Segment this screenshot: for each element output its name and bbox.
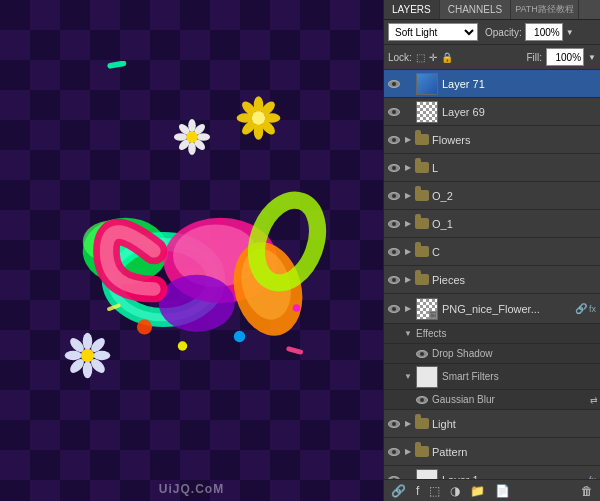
new-adjustment-button[interactable]: ◑: [447, 483, 463, 499]
layer-item-flowers[interactable]: ▶ Flowers: [384, 126, 600, 154]
blend-mode-select[interactable]: Soft Light: [388, 23, 478, 41]
layer-name-pattern: Pattern: [430, 446, 598, 458]
visibility-icon-gaussian-blur[interactable]: [414, 392, 430, 408]
svg-rect-43: [106, 61, 126, 69]
thumbnail-layer69: [416, 101, 438, 123]
visibility-icon-pieces[interactable]: [386, 272, 402, 288]
opacity-input[interactable]: [525, 23, 563, 41]
visibility-icon-layer1[interactable]: [386, 472, 402, 480]
visibility-icon-layer69[interactable]: [386, 104, 402, 120]
tab-channels[interactable]: CHANNELS: [440, 0, 511, 19]
visibility-icon-c[interactable]: [386, 244, 402, 260]
canvas-area: UiJQ.CoM: [0, 0, 383, 501]
layer-item-o2[interactable]: ▶ O_2: [384, 182, 600, 210]
layer-item-layer71[interactable]: Layer 71: [384, 70, 600, 98]
svg-point-22: [93, 350, 110, 360]
thumbnail-layer1: [416, 469, 438, 480]
svg-point-24: [82, 361, 92, 378]
opacity-arrow[interactable]: ▼: [566, 28, 574, 37]
layer-styles-button[interactable]: f: [413, 483, 422, 499]
blend-mode-row: Soft Light Opacity: ▼: [384, 20, 600, 45]
layer-name-layer71: Layer 71: [440, 78, 598, 90]
watermark: UiJQ.CoM: [159, 482, 224, 496]
link-layers-button[interactable]: 🔗: [388, 483, 409, 499]
folder-icon-flowers: [414, 132, 430, 148]
visibility-icon-drop-shadow[interactable]: [414, 346, 430, 362]
layer-item-pattern[interactable]: ▶ Pattern: [384, 438, 600, 466]
layer-name-png-flower: PNG_nice_Flower...: [440, 303, 575, 315]
visibility-icon-layer71[interactable]: [386, 76, 402, 92]
svg-point-41: [177, 341, 187, 351]
visibility-icon-l[interactable]: [386, 160, 402, 176]
svg-point-9: [251, 111, 264, 124]
tab-layers[interactable]: LAYERS: [384, 0, 440, 19]
expand-smart-filters[interactable]: ▼: [402, 372, 414, 381]
layer-item-layer69[interactable]: Layer 69: [384, 98, 600, 126]
svg-point-26: [64, 350, 81, 360]
tab-paths[interactable]: PATH路径教程: [511, 0, 579, 19]
visibility-icon-png-flower[interactable]: [386, 301, 402, 317]
layer-item-light[interactable]: ▶ Light: [384, 410, 600, 438]
svg-point-42: [292, 304, 300, 312]
link-icon-png-flower: 🔗: [575, 303, 587, 314]
svg-point-37: [245, 191, 328, 291]
layer-item-layer1[interactable]: Layer 1 fx: [384, 466, 600, 479]
layer-item-o1[interactable]: ▶ O_1: [384, 210, 600, 238]
visibility-icon-o1[interactable]: [386, 216, 402, 232]
svg-point-20: [82, 332, 92, 349]
folder-icon-o2: [414, 188, 430, 204]
fill-arrow[interactable]: ▼: [588, 53, 596, 62]
opacity-label: Opacity:: [485, 27, 522, 38]
expand-light[interactable]: ▶: [402, 419, 414, 428]
add-mask-button[interactable]: ⬚: [426, 483, 443, 499]
svg-point-28: [80, 348, 93, 361]
expand-l[interactable]: ▶: [402, 163, 414, 172]
expand-flowers[interactable]: ▶: [402, 135, 414, 144]
svg-point-40: [233, 330, 244, 341]
layer-name-flowers: Flowers: [430, 134, 598, 146]
visibility-icon-o2[interactable]: [386, 188, 402, 204]
new-layer-button[interactable]: 📄: [492, 483, 513, 499]
lock-checkerboard-icon[interactable]: ⬚: [416, 52, 425, 63]
expand-png-flower[interactable]: ▶: [402, 304, 414, 313]
visibility-icon-light[interactable]: [386, 416, 402, 432]
folder-icon-pattern: [414, 444, 430, 460]
layer-item-c[interactable]: ▶ C: [384, 238, 600, 266]
lock-all-icon[interactable]: 🔒: [441, 52, 453, 63]
gaussian-blur-icon: ⇄: [590, 395, 598, 405]
expand-o2[interactable]: ▶: [402, 191, 414, 200]
svg-point-19: [186, 131, 197, 142]
visibility-icon-flowers[interactable]: [386, 132, 402, 148]
expand-pieces[interactable]: ▶: [402, 275, 414, 284]
layer-item-gaussian-blur: Gaussian Blur ⇄: [384, 390, 600, 410]
fill-label: Fill:: [527, 52, 543, 63]
layer-name-drop-shadow: Drop Shadow: [430, 348, 598, 359]
new-group-button[interactable]: 📁: [467, 483, 488, 499]
layer-name-layer1: Layer 1: [440, 474, 589, 480]
expand-effects[interactable]: ▼: [402, 329, 414, 338]
folder-icon-light: [414, 416, 430, 432]
layer-item-png-flower[interactable]: ▶ ⬚ PNG_nice_Flower... 🔗 fx: [384, 294, 600, 324]
layer-name-effects: Effects: [414, 328, 598, 339]
visibility-icon-pattern[interactable]: [386, 444, 402, 460]
panels-area: LAYERS CHANNELS PATH路径教程 Soft Light Opac…: [383, 0, 600, 501]
layer-item-smart-filters: ▼ Smart Filters: [384, 364, 600, 390]
lock-move-icon[interactable]: ✛: [429, 52, 437, 63]
expand-pattern[interactable]: ▶: [402, 447, 414, 456]
folder-icon-c: [414, 244, 430, 260]
layer-name-pieces: Pieces: [430, 274, 598, 286]
layer-item-l[interactable]: ▶ L: [384, 154, 600, 182]
layer-name-l: L: [430, 162, 598, 174]
layer-item-drop-shadow: Drop Shadow: [384, 344, 600, 364]
expand-o1[interactable]: ▶: [402, 219, 414, 228]
layer-item-effects: ▼ Effects: [384, 324, 600, 344]
layer-item-pieces[interactable]: ▶ Pieces: [384, 266, 600, 294]
lock-label: Lock:: [388, 52, 412, 63]
layer-name-gaussian-blur: Gaussian Blur: [430, 394, 590, 405]
thumbnail-smart-filters: [416, 366, 438, 388]
expand-c[interactable]: ▶: [402, 247, 414, 256]
delete-layer-button[interactable]: 🗑: [578, 483, 596, 499]
svg-rect-44: [285, 346, 303, 355]
svg-point-38: [158, 274, 234, 331]
fill-input[interactable]: [546, 48, 584, 66]
